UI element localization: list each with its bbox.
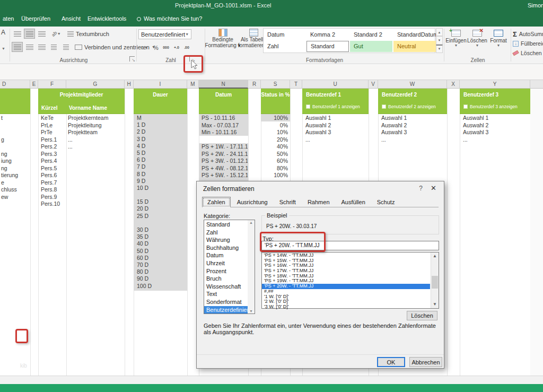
cell[interactable]: KeTe xyxy=(41,115,66,122)
delete-cells-button[interactable]: ✕ Löschen ▼ xyxy=(467,30,488,47)
cell[interactable]: 1 D xyxy=(137,121,187,128)
cell[interactable]: e xyxy=(1,179,30,187)
green-cell-dauer[interactable]: Dauer xyxy=(134,89,187,114)
format-item[interactable]: 'PS + 19W. - 'TT.MM.JJ xyxy=(262,278,430,284)
cell[interactable]: PrLe xyxy=(41,122,66,129)
category-scrollbar[interactable]: ▲ ▼ xyxy=(248,220,255,313)
cell[interactable]: Auswahl 3 xyxy=(463,129,516,136)
cell[interactable]: 35 D xyxy=(137,233,187,240)
cell[interactable]: 10% xyxy=(261,129,288,136)
style-standarddatum[interactable]: StandardDatum xyxy=(393,29,439,40)
benutzerdef3-checkbox-row[interactable]: Benutzerdef 3 anzeigen xyxy=(463,104,518,109)
format-item[interactable]: '1 W. ['0' D]' xyxy=(262,294,430,300)
cell[interactable]: PS + 5W. - 15.12.16 xyxy=(202,172,248,179)
cell[interactable]: 60% xyxy=(261,158,288,165)
cell[interactable]: Pers.4 xyxy=(41,158,66,165)
insert-cells-button[interactable]: + Einfügen ▼ xyxy=(445,30,467,47)
cell[interactable]: g xyxy=(1,136,30,144)
cell[interactable]: PS + 3W. - 01.12.16 xyxy=(202,158,248,165)
col-header-g[interactable]: G xyxy=(66,80,125,89)
cell[interactable]: 50 D xyxy=(137,248,187,255)
cell[interactable]: 10 D xyxy=(137,185,187,191)
cell[interactable]: 100% xyxy=(261,172,288,179)
fill-button[interactable]: ↓Füllbereich xyxy=(513,39,543,48)
col-header-w[interactable]: W xyxy=(378,80,447,89)
cell[interactable]: 5 D xyxy=(137,150,187,156)
help-icon[interactable]: ? xyxy=(419,185,423,192)
cell[interactable]: ... xyxy=(68,136,124,144)
cell[interactable]: Auswahl 3 xyxy=(305,129,358,136)
gallery-up-button[interactable]: ▲ xyxy=(436,28,443,36)
dialog-tab[interactable]: Rahmen xyxy=(302,197,335,207)
col-header-u[interactable]: U xyxy=(302,80,369,89)
align-left-button[interactable] xyxy=(12,42,23,52)
scroll-up-icon[interactable]: ▲ xyxy=(248,221,255,224)
format-item[interactable]: 'PS + 17W. - 'TT.MM.JJ xyxy=(262,268,430,274)
cell[interactable] xyxy=(137,220,187,227)
format-item[interactable]: '3 W. ['0' D]' xyxy=(262,304,430,310)
dialog-tab[interactable]: Ausrichtung xyxy=(232,197,273,207)
cell[interactable]: ng xyxy=(1,165,30,172)
cell[interactable]: t xyxy=(1,115,30,122)
cell[interactable]: 100 D xyxy=(137,283,187,290)
col-header-i[interactable]: I xyxy=(134,80,187,89)
cell[interactable]: 2 D xyxy=(137,128,187,135)
cell[interactable]: PrTe xyxy=(41,129,66,136)
delete-format-button[interactable]: Löschen xyxy=(407,311,437,320)
cell[interactable]: 80 D xyxy=(137,268,187,275)
col-header-y[interactable]: Y xyxy=(460,80,530,89)
benutzerdef1-checkbox-row[interactable]: Benutzerdef 1 anzeigen xyxy=(306,104,360,109)
cell[interactable]: 8 D xyxy=(137,171,187,178)
cell[interactable]: Auswahl 2 xyxy=(305,122,358,129)
font-size-icon[interactable]: A xyxy=(1,29,5,36)
clear-button[interactable]: Löschen ▾ xyxy=(513,48,543,58)
category-item[interactable]: Bruch xyxy=(204,275,249,283)
dialog-tab[interactable]: Zahlen xyxy=(202,197,231,207)
scroll-down-icon[interactable]: ▼ xyxy=(248,309,255,313)
col-header-s[interactable]: S xyxy=(261,80,290,89)
percent-format-button[interactable]: % xyxy=(152,42,160,53)
cell[interactable]: Pers.6 xyxy=(41,172,66,179)
scroll-down-icon[interactable]: ▼ xyxy=(431,301,439,308)
cell[interactable]: chluss xyxy=(1,186,30,194)
cell[interactable]: 50% xyxy=(261,151,288,158)
cell[interactable]: 15 D xyxy=(137,198,187,205)
cell[interactable]: 7 D xyxy=(137,163,187,170)
cancel-button[interactable]: Abbrechen xyxy=(409,357,442,367)
style-datum[interactable]: Datum xyxy=(264,29,306,40)
currency-format-button[interactable]: ¤▼ xyxy=(138,42,151,53)
gallery-down-button[interactable]: ▼ xyxy=(436,36,443,44)
dialog-tab[interactable]: Schrift xyxy=(274,197,301,207)
formula-bar[interactable] xyxy=(0,65,543,80)
format-item[interactable]: 'PS + 20W. - 'TT.MM.JJ xyxy=(262,284,430,289)
decrease-indent-button[interactable] xyxy=(48,42,59,52)
thousands-format-button[interactable]: 000 xyxy=(161,42,171,53)
cell[interactable]: 70 D xyxy=(137,262,187,268)
cell[interactable]: 100% xyxy=(261,115,288,122)
cell[interactable]: 60 D xyxy=(137,255,187,262)
category-item[interactable]: Datum xyxy=(204,251,249,259)
category-item[interactable]: Text xyxy=(204,290,249,298)
style-komma2[interactable]: Komma 2 xyxy=(306,29,349,40)
green-cell-benutzerdef3[interactable]: Benutzerdef 3 Benutzerdef 3 anzeigen xyxy=(460,89,530,114)
cell[interactable]: Auswahl 2 xyxy=(381,122,434,129)
benutzerdef2-checkbox-row[interactable]: Benutzerdef 2 anzeigen xyxy=(382,104,436,109)
green-cell-datum[interactable]: Datum xyxy=(199,89,248,114)
autosum-button[interactable]: ΣAutoSumm xyxy=(513,29,543,39)
cell[interactable]: Pers.10 xyxy=(41,201,66,208)
cell[interactable]: Auswahl 3 xyxy=(381,129,434,136)
col-header-x[interactable]: X xyxy=(447,80,460,89)
close-icon[interactable]: ✕ xyxy=(431,184,436,192)
style-standard2[interactable]: Standard 2 xyxy=(350,29,392,40)
format-item[interactable]: '2 W. ['0' D]' xyxy=(262,299,430,304)
cell[interactable] xyxy=(1,129,30,136)
cell[interactable]: 3 D xyxy=(137,136,187,143)
category-item[interactable]: Prozent xyxy=(204,267,249,275)
cell[interactable]: 40 D xyxy=(137,240,187,247)
cell[interactable]: Pers.8 xyxy=(41,186,66,194)
category-item[interactable]: Zahl xyxy=(204,229,249,237)
cell[interactable]: iung xyxy=(1,158,30,165)
green-cell-benutzerdef1[interactable]: Benutzerdef 1 Benutzerdef 1 anzeigen xyxy=(302,89,369,114)
cell[interactable]: 40% xyxy=(261,143,288,151)
cell[interactable]: Pers.1 xyxy=(41,136,66,144)
